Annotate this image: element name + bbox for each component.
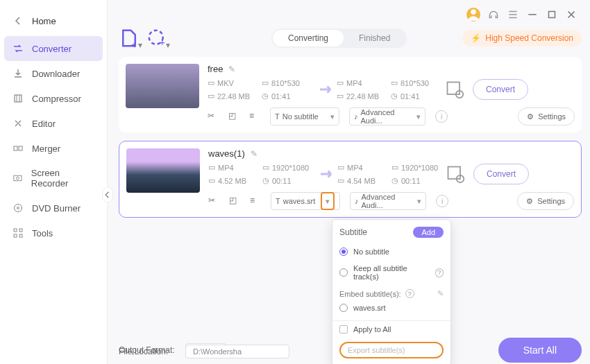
radio-icon — [339, 268, 348, 277]
output-settings-icon[interactable] — [445, 80, 464, 99]
collapse-sidebar[interactable] — [102, 187, 113, 202]
sidebar-item-recorder[interactable]: Screen Recorder — [0, 161, 107, 196]
dst-dur: 01:41 — [401, 92, 420, 101]
src-size: 22.48 MB — [217, 92, 250, 101]
chevron-down-icon: ▾ — [166, 40, 170, 44]
apply-to-all[interactable]: Apply to All — [332, 321, 450, 338]
sidebar-item-editor[interactable]: Editor — [0, 111, 107, 136]
help-icon[interactable]: ? — [405, 289, 414, 298]
film-icon: ▭ — [337, 163, 344, 172]
sidebar-item-downloader[interactable]: Downloader — [0, 61, 107, 86]
film-icon: ▭ — [208, 163, 215, 172]
option-embed-file[interactable]: waves.srt — [332, 300, 450, 316]
svg-rect-12 — [549, 12, 555, 18]
svg-rect-16 — [448, 83, 460, 95]
sidebar-item-tools[interactable]: Tools — [0, 220, 107, 245]
sidebar-item-dvd[interactable]: DVD Burner — [0, 196, 107, 220]
nav-label: Compressor — [32, 94, 81, 104]
close-icon[interactable] — [565, 8, 578, 21]
cut-icon[interactable]: ✂ — [208, 196, 219, 207]
tab-converting[interactable]: Converting — [273, 30, 344, 46]
high-speed-badge[interactable]: ⚡ High Speed Conversion — [462, 30, 582, 46]
settings-label: Settings — [538, 112, 566, 121]
list-icon[interactable]: ≡ — [249, 111, 260, 122]
svg-rect-0 — [15, 95, 22, 102]
menu-icon[interactable] — [507, 8, 519, 21]
info-icon[interactable]: i — [436, 195, 448, 207]
convert-button[interactable]: Convert — [473, 164, 529, 184]
converter-icon — [12, 43, 24, 54]
gear-icon: ⚙ — [527, 112, 534, 121]
src-format: MKV — [217, 79, 234, 87]
nav-label: Editor — [32, 119, 56, 129]
avatar[interactable] — [466, 8, 480, 21]
subtitle-select[interactable]: T No subtitle ▾ — [270, 107, 339, 125]
output-settings-icon[interactable] — [446, 164, 465, 184]
res-icon: ▭ — [391, 78, 398, 87]
back-home[interactable]: Home — [0, 6, 107, 36]
dst-size: 22.48 MB — [346, 92, 379, 101]
settings-button[interactable]: ⚙ Settings — [517, 192, 574, 210]
subtitle-icon: T — [276, 197, 280, 205]
export-subtitles-input[interactable]: Export subtitle(s) — [339, 342, 444, 358]
edit-icon[interactable]: ✎ — [437, 289, 444, 298]
svg-rect-8 — [19, 229, 22, 232]
option-label: No subtitle — [353, 248, 389, 256]
svg-point-6 — [17, 207, 19, 209]
sidebar-item-merger[interactable]: Merger — [0, 136, 107, 161]
crop-icon[interactable]: ◰ — [228, 111, 239, 122]
audio-select[interactable]: ♪ Advanced Audi... ▾ — [349, 107, 425, 125]
thumbnail[interactable] — [126, 64, 199, 108]
crop-icon[interactable]: ◰ — [229, 196, 240, 207]
compress-icon — [12, 93, 24, 104]
cut-icon[interactable]: ✂ — [208, 111, 219, 122]
svg-rect-7 — [14, 229, 17, 232]
res-icon: ▭ — [262, 78, 269, 87]
audio-icon: ♪ — [355, 197, 359, 205]
radio-icon — [339, 248, 348, 256]
help-icon[interactable]: ? — [435, 268, 444, 277]
add-url-button[interactable]: + ▾ — [146, 28, 167, 49]
headset-icon[interactable] — [487, 8, 500, 21]
sidebar-item-compressor[interactable]: Compressor — [0, 86, 107, 111]
add-file-button[interactable]: + ▾ — [119, 28, 140, 49]
edit-icon[interactable]: ✎ — [228, 64, 235, 74]
file-location-input[interactable]: D:\Wondersha — [185, 345, 289, 358]
audio-select[interactable]: ♪ Advanced Audi... ▾ — [350, 192, 426, 210]
info-icon[interactable]: i — [435, 110, 448, 123]
audio-icon: ♪ — [354, 112, 358, 121]
embed-label: Embed subtitle(s): — [339, 290, 401, 298]
minimize-icon[interactable] — [526, 8, 539, 21]
audio-value: Advanced Audi... — [362, 193, 415, 209]
list-icon[interactable]: ≡ — [250, 196, 261, 207]
svg-point-11 — [471, 10, 476, 15]
tab-finished[interactable]: Finished — [344, 30, 405, 46]
src-res: 1920*1080 — [272, 164, 309, 172]
film-icon: ▭ — [337, 78, 344, 87]
toolbar: + ▾ + ▾ Converting Finished ⚡ High Speed… — [119, 28, 582, 49]
chevron-down-icon[interactable]: ▾ — [321, 192, 335, 210]
option-keep-all[interactable]: Keep all subtitle track(s) ? — [332, 260, 450, 285]
chevron-down-icon: ▾ — [417, 197, 421, 206]
dst-dur: 00:11 — [401, 177, 421, 185]
dst-res: 810*530 — [401, 79, 429, 87]
edit-icon[interactable]: ✎ — [251, 149, 258, 159]
lightning-icon: ⚡ — [471, 33, 481, 43]
file-card: waves(1) ✎ ▭MP4 ▭4.52 MB ▭1920*1080 ◷00:… — [119, 141, 582, 218]
option-no-subtitle[interactable]: No subtitle — [332, 243, 450, 260]
src-size: 4.52 MB — [218, 177, 246, 185]
thumbnail[interactable] — [126, 148, 200, 193]
subtitle-value: waves.srt — [283, 197, 315, 205]
maximize-icon[interactable] — [546, 8, 558, 21]
add-subtitle-button[interactable]: Add — [413, 227, 444, 238]
settings-button[interactable]: ⚙ Settings — [518, 107, 575, 125]
svg-text:+: + — [132, 40, 137, 49]
arrow-icon — [316, 79, 337, 100]
chevron-down-icon: ▾ — [330, 112, 335, 121]
convert-button[interactable]: Convert — [473, 79, 528, 100]
sidebar-item-converter[interactable]: Converter — [4, 36, 103, 61]
dst-format: MP4 — [346, 79, 362, 87]
subtitle-select[interactable]: T waves.srt ▾ — [271, 192, 340, 210]
src-dur: 00:11 — [272, 177, 292, 185]
nav-label: Tools — [32, 228, 53, 239]
